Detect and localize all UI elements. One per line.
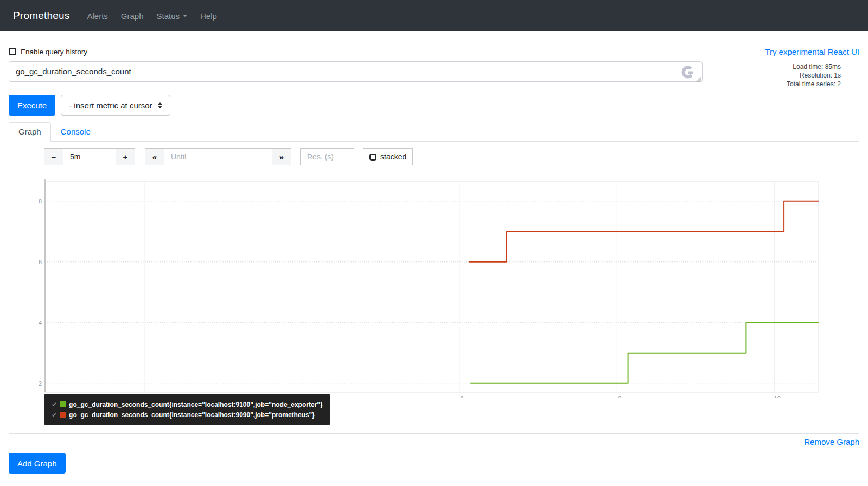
time-series-chart[interactable]: 6789102468 — [36, 178, 824, 398]
stat-load-time: Load time: 85ms — [787, 62, 841, 71]
svg-text:9: 9 — [618, 395, 621, 398]
top-navbar: Prometheus Alerts Graph Status Help — [0, 0, 868, 31]
range-increase-button[interactable]: + — [116, 148, 135, 165]
insert-metric-dropdown[interactable]: - insert metric at cursor — [61, 95, 170, 116]
svg-text:4: 4 — [39, 319, 42, 326]
series-color-swatch — [60, 412, 66, 418]
legend-item[interactable]: ✔go_gc_duration_seconds_count{instance="… — [52, 410, 323, 420]
svg-text:2: 2 — [39, 380, 42, 387]
tab-graph[interactable]: Graph — [9, 122, 51, 142]
resize-grip-icon[interactable] — [694, 75, 701, 82]
series-visible-check-icon[interactable]: ✔ — [52, 411, 57, 419]
nav-item-help[interactable]: Help — [200, 11, 217, 21]
query-history-label: Enable query history — [21, 48, 87, 56]
stacked-checkbox[interactable] — [369, 154, 376, 161]
navbar-items: Alerts Graph Status Help — [87, 11, 216, 21]
view-tabs: Graph Console — [9, 122, 859, 142]
app-brand[interactable]: Prometheus — [13, 10, 69, 22]
svg-text:6: 6 — [39, 259, 42, 265]
query-stats: Load time: 85ms Resolution: 1s Total tim… — [787, 61, 859, 88]
insert-metric-dropdown-label: - insert metric at cursor — [69, 101, 152, 110]
refresh-icon — [681, 65, 695, 79]
nav-item-alerts[interactable]: Alerts — [87, 11, 107, 21]
series-color-swatch — [60, 401, 66, 407]
stacked-toggle[interactable]: stacked — [363, 148, 413, 165]
svg-text:10: 10 — [774, 395, 781, 398]
execute-button[interactable]: Execute — [9, 95, 55, 116]
range-decrease-button[interactable]: − — [44, 148, 63, 165]
svg-text:8: 8 — [39, 198, 42, 204]
graph-controls: − + « » stacked — [44, 148, 859, 165]
chevron-down-icon — [183, 15, 187, 17]
enable-query-history-toggle[interactable]: Enable query history — [9, 48, 87, 56]
sort-arrows-icon — [158, 102, 162, 108]
stat-total-series: Total time series: 2 — [787, 80, 841, 88]
query-input-wrap: go_gc_duration_seconds_count — [9, 61, 703, 84]
react-ui-link[interactable]: Try experimental React UI — [765, 47, 859, 56]
stacked-label: stacked — [380, 152, 406, 161]
query-history-checkbox[interactable] — [9, 48, 16, 55]
svg-text:8: 8 — [461, 395, 464, 398]
series-visible-check-icon[interactable]: ✔ — [52, 401, 57, 408]
remove-graph-link[interactable]: Remove Graph — [804, 437, 859, 446]
series-label: go_gc_duration_seconds_count{instance="l… — [69, 411, 315, 419]
time-back-button[interactable]: « — [145, 148, 164, 165]
chart-legend: ✔go_gc_duration_seconds_count{instance="… — [44, 394, 330, 425]
graph-panel: − + « » stacked 6789102468 ✔go_gc_durati… — [9, 148, 859, 434]
resolution-input[interactable] — [300, 148, 354, 165]
nav-item-graph[interactable]: Graph — [121, 11, 144, 21]
legend-item[interactable]: ✔go_gc_duration_seconds_count{instance="… — [52, 399, 323, 410]
range-input[interactable] — [63, 148, 116, 165]
series-label: go_gc_duration_seconds_count{instance="l… — [69, 401, 323, 408]
main-content: Enable query history Try experimental Re… — [0, 46, 868, 474]
query-expression-input[interactable]: go_gc_duration_seconds_count — [9, 61, 703, 82]
until-input[interactable] — [164, 148, 272, 165]
nav-item-status[interactable]: Status — [157, 11, 188, 21]
tab-console[interactable]: Console — [51, 122, 100, 141]
stat-resolution: Resolution: 1s — [787, 71, 841, 80]
add-graph-button[interactable]: Add Graph — [9, 453, 66, 474]
nav-item-status-label: Status — [157, 11, 180, 21]
time-forward-button[interactable]: » — [272, 148, 291, 165]
